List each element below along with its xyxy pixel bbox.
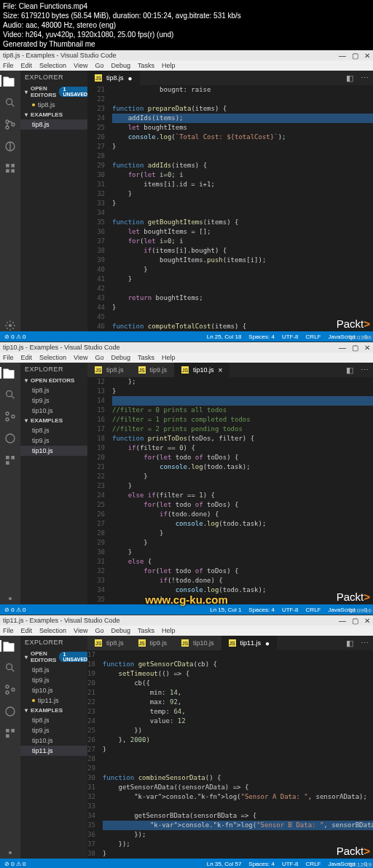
menu-view[interactable]: View: [74, 627, 87, 634]
menu-help[interactable]: Help: [162, 627, 176, 634]
close-button[interactable]: ✕: [364, 344, 370, 352]
more-icon[interactable]: ⋯: [361, 74, 369, 83]
sidebar-item[interactable]: tip9.js: [20, 725, 87, 735]
examples-section[interactable]: ▾ EXAMPLES: [20, 110, 87, 119]
code-editor[interactable]: 1718192021222324252627282930313233343536…: [87, 650, 373, 859]
status-ln-col[interactable]: Ln 25, Col 18: [207, 334, 242, 340]
examples-section[interactable]: ▾ EXAMPLES: [20, 706, 87, 715]
menu-edit[interactable]: Edit: [21, 627, 33, 634]
search-icon[interactable]: [4, 662, 16, 674]
debug-icon[interactable]: [4, 433, 16, 444]
menu-edit[interactable]: Edit: [21, 62, 33, 69]
menu-view[interactable]: View: [74, 354, 87, 361]
search-icon[interactable]: [4, 389, 16, 401]
explorer-icon[interactable]: [0, 640, 16, 652]
extensions-icon[interactable]: [4, 727, 16, 739]
menu-go[interactable]: Go: [95, 627, 103, 634]
tab-tip9[interactable]: JStip9.js: [131, 636, 175, 650]
menu-help[interactable]: Help: [162, 354, 176, 361]
tab-tip11[interactable]: JStip11.js●: [221, 636, 278, 650]
close-button[interactable]: ✕: [364, 617, 370, 625]
status-eol[interactable]: CRLF: [306, 861, 321, 867]
tab-unsaved-icon[interactable]: ●: [128, 74, 133, 82]
split-editor-icon[interactable]: ◧: [346, 74, 353, 83]
menu-view[interactable]: View: [74, 62, 87, 69]
status-encoding[interactable]: UTF-8: [282, 607, 299, 613]
tab-tip8[interactable]: JStip8.js: [87, 363, 131, 377]
sidebar-item[interactable]: tip8.js: [20, 385, 87, 395]
menu-go[interactable]: Go: [95, 354, 103, 361]
explorer-icon[interactable]: [0, 75, 16, 87]
gear-icon[interactable]: [4, 593, 16, 604]
menu-file[interactable]: File: [3, 627, 14, 634]
extensions-icon[interactable]: [4, 454, 16, 466]
examples-section[interactable]: ▾ EXAMPLES: [20, 416, 87, 425]
split-editor-icon[interactable]: ◧: [346, 639, 353, 648]
sidebar-item[interactable]: tip11.js: [20, 695, 87, 706]
sidebar-item-tip8[interactable]: tip8.js: [20, 119, 87, 130]
sidebar-item[interactable]: tip9.js: [20, 435, 87, 446]
close-icon[interactable]: ×: [219, 366, 223, 374]
minimize-button[interactable]: —: [339, 617, 346, 625]
status-encoding[interactable]: UTF-8: [282, 861, 299, 867]
status-errors[interactable]: ⊘ 0 ⚠ 0: [4, 861, 26, 867]
sidebar-item[interactable]: tip11.js: [20, 746, 87, 756]
tab-tip8[interactable]: JStip8.js: [87, 636, 131, 650]
status-ln-col[interactable]: Ln 35, Col 57: [207, 861, 242, 867]
status-spaces[interactable]: Spaces: 4: [248, 861, 275, 867]
explorer-icon[interactable]: [0, 367, 16, 379]
code-editor[interactable]: 2122232425262728293031323334353637383940…: [87, 85, 373, 331]
open-editors-section[interactable]: ▾ OPEN EDITORS: [20, 376, 87, 385]
sidebar-item[interactable]: tip9.js: [20, 395, 87, 406]
open-editors-section[interactable]: ▾ OPEN EDITORS 1 UNSAVED: [20, 84, 87, 100]
menu-debug[interactable]: Debug: [111, 354, 130, 361]
sidebar-item[interactable]: tip8.js: [20, 715, 87, 725]
tab-unsaved-icon[interactable]: ●: [265, 639, 270, 647]
sidebar-item-tip8[interactable]: tip8.js: [20, 100, 87, 110]
tab-tip8[interactable]: JStip8.js●: [87, 71, 140, 85]
status-encoding[interactable]: UTF-8: [282, 334, 299, 340]
status-ln-col[interactable]: Ln 15, Col 1: [210, 607, 241, 613]
menu-debug[interactable]: Debug: [111, 62, 130, 69]
sidebar-item[interactable]: tip8.js: [20, 425, 87, 435]
status-errors[interactable]: ⊘ 0 ⚠ 0: [4, 334, 26, 340]
status-eol[interactable]: CRLF: [306, 607, 321, 613]
menu-selection[interactable]: Selection: [39, 354, 66, 361]
split-editor-icon[interactable]: ◧: [346, 366, 353, 375]
debug-icon[interactable]: [4, 141, 16, 152]
code-editor[interactable]: 1213141516171819202122232425262728293031…: [87, 377, 373, 604]
menu-edit[interactable]: Edit: [21, 354, 33, 361]
gear-icon[interactable]: [4, 320, 16, 331]
status-spaces[interactable]: Spaces: 4: [248, 607, 275, 613]
debug-icon[interactable]: [4, 706, 16, 717]
status-errors[interactable]: ⊘ 0 ⚠ 0: [4, 607, 26, 613]
close-button[interactable]: ✕: [364, 52, 370, 60]
maximize-button[interactable]: ▢: [352, 617, 358, 625]
source-control-icon[interactable]: [4, 684, 16, 695]
menu-selection[interactable]: Selection: [39, 62, 66, 69]
sidebar-item[interactable]: tip10.js: [20, 685, 87, 695]
sidebar-item[interactable]: tip9.js: [20, 675, 87, 685]
maximize-button[interactable]: ▢: [352, 344, 358, 352]
tab-tip10[interactable]: JStip10.js×: [174, 363, 229, 377]
sidebar-item[interactable]: tip10.js: [20, 446, 87, 456]
gear-icon[interactable]: [4, 847, 16, 859]
more-icon[interactable]: ⋯: [361, 639, 369, 648]
extensions-icon[interactable]: [4, 162, 16, 174]
tab-tip9[interactable]: JStip9.js: [131, 363, 175, 377]
minimize-button[interactable]: —: [339, 52, 346, 60]
menu-selection[interactable]: Selection: [39, 627, 66, 634]
menu-tasks[interactable]: Tasks: [138, 354, 154, 361]
source-control-icon[interactable]: [4, 119, 16, 130]
menu-go[interactable]: Go: [95, 62, 103, 69]
menu-file[interactable]: File: [3, 354, 14, 361]
menu-tasks[interactable]: Tasks: [138, 62, 154, 69]
status-spaces[interactable]: Spaces: 4: [248, 334, 275, 340]
status-eol[interactable]: CRLF: [306, 334, 321, 340]
more-icon[interactable]: ⋯: [361, 366, 369, 375]
sidebar-item[interactable]: tip10.js: [20, 406, 87, 416]
menu-help[interactable]: Help: [162, 62, 176, 69]
open-editors-section[interactable]: ▾ OPEN EDITORS 1 UNSAVED: [20, 649, 87, 665]
sidebar-item[interactable]: tip10.js: [20, 735, 87, 746]
menu-debug[interactable]: Debug: [111, 627, 130, 634]
